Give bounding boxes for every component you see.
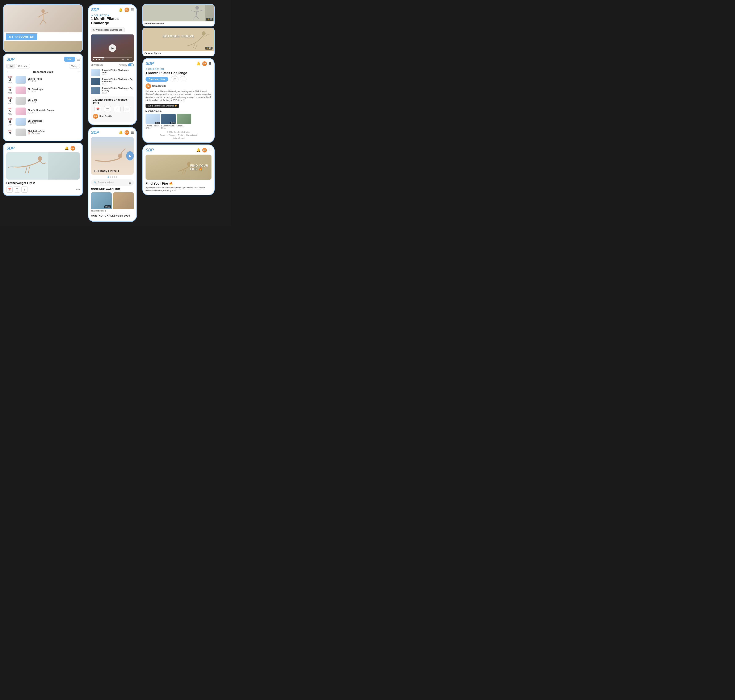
schedule-item[interactable]: DEC 3 TUE Ski Quadruple ⏱ 14:24 — [6, 86, 80, 95]
toggle-switch[interactable] — [128, 63, 134, 66]
pilates-figure — [31, 8, 56, 29]
video-grid-item[interactable]: 1 Mont... — [176, 114, 191, 129]
bell-icon[interactable]: 🔔 — [196, 62, 201, 66]
add-to-schedule-button[interactable]: 📅 — [94, 106, 101, 112]
user-avatar[interactable]: CM — [71, 146, 75, 151]
play-button[interactable]: ▶ — [109, 44, 116, 52]
continue-card[interactable]: 38:53 Total Body Tone 1 — [91, 193, 112, 213]
user-avatar[interactable]: CM — [202, 61, 207, 66]
play-icon: ▶ — [129, 154, 131, 158]
progress-bar[interactable] — [93, 57, 132, 58]
dot-1[interactable] — [107, 176, 109, 178]
user-avatar[interactable]: CM — [125, 7, 129, 12]
november-revive-card[interactable]: 🔒 20 November Revive — [143, 4, 215, 26]
video-icon: ▶ — [146, 110, 147, 113]
search-icon: 🔍 — [93, 181, 97, 184]
continue-name: Total Body Tone 1 — [91, 209, 112, 213]
hamburger-icon[interactable]: ☰ — [77, 57, 80, 61]
workout-name: Skier's Pulse — [28, 78, 80, 80]
rewind-icon[interactable]: ⏮ — [93, 58, 94, 60]
playlist-item[interactable]: 1 Month Pilates Challenge - Day 1 (Glute… — [91, 77, 134, 86]
faqs-link[interactable]: FAQ's — [178, 134, 183, 136]
share-icon[interactable]: ↑ — [21, 186, 28, 193]
dot-4[interactable] — [114, 176, 115, 178]
user-avatar[interactable]: CM — [125, 130, 129, 135]
favourites-hero-image — [4, 5, 82, 32]
filter-icon[interactable]: ⊞ — [129, 181, 131, 184]
hamburger-icon[interactable]: ☰ — [209, 62, 212, 66]
hero-play-button[interactable]: ▶ — [126, 151, 134, 160]
play-pause-icon[interactable]: ▶ — [96, 58, 97, 60]
schedule-item[interactable]: DEC 4 WED Ski Core ⏱ 12:10 — [6, 96, 80, 106]
schedule-item[interactable]: DEC 9 Sleigh the Core 📅 0:00 GMT — [6, 128, 80, 137]
videos-grid: 08:01 1 Month Pilates Cha... 12:46 1 Mon… — [146, 114, 212, 129]
dot-5[interactable] — [116, 176, 117, 178]
next-month-arrow[interactable]: → — [77, 70, 80, 74]
heart-icon[interactable]: ♡ — [14, 186, 20, 193]
month-label: December 2024 — [33, 71, 53, 74]
calendar-view-button[interactable]: Calendar — [16, 64, 30, 68]
video-controls: ⏮ ▶ ⏭ 🔊 00:00 ⚙ ⛶ — [93, 57, 132, 60]
hamburger-icon[interactable]: ☰ — [131, 131, 134, 134]
playlist-item[interactable]: 1 Month Pilates Challenge - Intro 08:01 — [91, 68, 134, 77]
search-bar[interactable]: 🔍 Search videos ⊞ — [91, 179, 134, 186]
feather-figure — [6, 152, 48, 179]
bell-icon[interactable]: 🔔 — [119, 131, 123, 134]
date-day: 3 — [6, 89, 14, 92]
settings-icon[interactable]: ⚙ — [127, 58, 129, 60]
collection-icon: ⊙ — [91, 14, 93, 16]
heart-button[interactable]: ♡ — [171, 76, 178, 82]
hamburger-icon[interactable]: ☰ — [131, 8, 134, 12]
continue-card[interactable] — [113, 193, 134, 213]
prev-month-arrow[interactable]: ← — [6, 70, 9, 74]
october-thrive-card[interactable]: OCTOBER THRIVE 🔒 25 October Thrive — [143, 28, 215, 56]
sdp-logo-detail: SDP — [146, 61, 153, 66]
user-avatar[interactable]: CM — [202, 148, 207, 153]
start-watching-button[interactable]: Start watching — [146, 76, 168, 82]
workout-duration: ⏱ 14:24 — [28, 91, 80, 93]
share-button[interactable]: ↑ — [114, 106, 121, 112]
video-count: 25 — [209, 47, 211, 49]
heart-button[interactable]: ♡ — [104, 106, 111, 112]
visit-homepage-button[interactable]: ⊞ Visit collection homepage — [91, 27, 125, 32]
volume-icon[interactable]: 🔊 — [101, 58, 104, 60]
workout-duration: 📅 0:00 GMT — [28, 132, 80, 135]
privacy-link[interactable]: Privacy — [169, 134, 175, 136]
dot-3[interactable] — [112, 176, 113, 178]
workout-name: Ski Core — [28, 99, 80, 101]
hero-video[interactable]: ▶ Full Body Fierce 1 — [91, 137, 134, 175]
hamburger-icon[interactable]: ☰ — [77, 146, 80, 150]
playlist-duration: 12:46 — [102, 83, 134, 85]
schedule-icon[interactable]: 📅 — [6, 186, 13, 193]
video-grid-item[interactable]: 08:01 1 Month Pilates Cha... — [146, 114, 160, 129]
video-player[interactable]: ▶ ⏮ ▶ ⏭ 🔊 00:00 ⚙ ⛶ — [91, 34, 134, 62]
list-view-button[interactable]: List — [6, 64, 15, 68]
join-button[interactable]: Join — [64, 57, 75, 62]
october-overlay: OCTOBER THRIVE — [143, 34, 214, 38]
fire-description: A powerhouse video series designed to ig… — [146, 186, 212, 192]
more-options-icon[interactable]: ••• — [76, 188, 80, 191]
fullscreen-icon[interactable]: ⛶ — [130, 58, 132, 60]
playlist-item[interactable]: 1 Month Pilates Challenge - Day 2 (Abs) … — [91, 86, 134, 95]
autoplay-toggle[interactable]: Autoplay — [119, 63, 134, 66]
hamburger-icon[interactable]: ☰ — [209, 148, 212, 152]
skip-icon[interactable]: ⏭ — [98, 58, 100, 60]
feather-hero-image — [6, 152, 80, 179]
more-options-button[interactable]: ••• — [123, 106, 130, 112]
claim-gift-link[interactable]: Claim gift card — [172, 137, 185, 139]
bell-icon[interactable]: 🔔 — [65, 146, 69, 150]
buy-gift-link[interactable]: Buy gift card — [186, 134, 197, 136]
share-button[interactable]: ↑ — [180, 76, 187, 82]
terms-link[interactable]: Terms — [160, 134, 166, 136]
bell-icon[interactable]: 🔔 — [119, 8, 123, 12]
november-revive-image: 🔒 20 — [143, 4, 214, 21]
collection-title: 1 Month Pilates Challenge — [91, 16, 134, 25]
bell-icon[interactable]: 🔔 — [196, 148, 201, 152]
video-grid-item[interactable]: 12:46 1 Month Pilates Cha... — [161, 114, 176, 129]
today-button[interactable]: Today — [69, 64, 80, 68]
dot-2[interactable] — [110, 176, 111, 178]
schedule-item[interactable]: DEC 6 FRI Ski Stretches ⏱ 07:36 — [6, 117, 80, 126]
workout-thumbnail — [16, 97, 26, 104]
schedule-item[interactable]: DEC 2 MON Skier's Pulse ⏱ 10:10 — [6, 75, 80, 84]
schedule-item[interactable]: DEC 5 THU Skier's Mountain Glutes ⏱ 12:4… — [6, 107, 80, 116]
